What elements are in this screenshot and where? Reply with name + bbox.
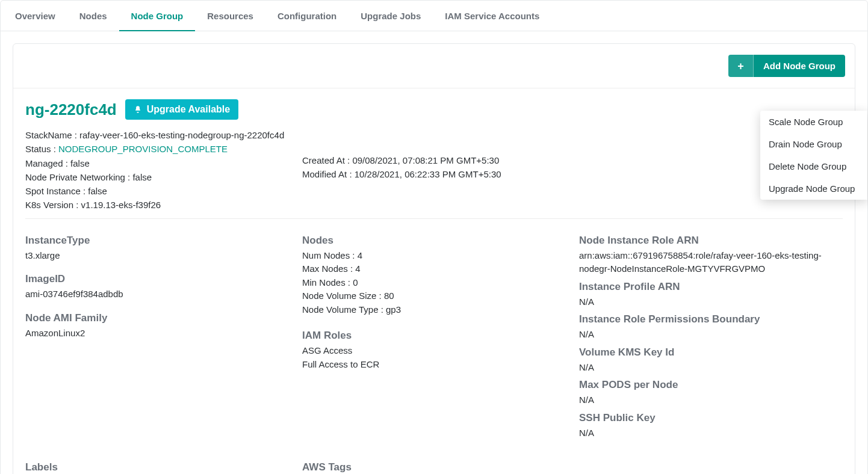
- col3: Node Instance Role ARN arn:aws:iam::6791…: [579, 229, 843, 440]
- action-drain-node-group[interactable]: Drain Node Group: [760, 133, 867, 155]
- node-group-action-menu: Scale Node Group Drain Node Group Delete…: [760, 111, 867, 200]
- num-nodes: Num Nodes : 4: [302, 249, 579, 263]
- toolbar: + Add Node Group: [13, 44, 855, 88]
- status-row: Status : NODEGROUP_PROVISION_COMPLETE: [25, 142, 302, 156]
- tab-resources[interactable]: Resources: [195, 1, 265, 31]
- page: Overview Nodes Node Group Resources Conf…: [0, 0, 868, 474]
- max-nodes: Max Nodes : 4: [302, 262, 579, 276]
- node-group-body: ng-2220fc4d Upgrade Available StackName …: [13, 88, 855, 474]
- k8s-label: K8s Version :: [25, 200, 81, 210]
- meta-left-column: StackName : rafay-veer-160-eks-testing-n…: [25, 128, 302, 212]
- max-pods-value: N/A: [579, 393, 843, 407]
- stackname-value: rafay-veer-160-eks-testing-nodegroup-ng-…: [79, 130, 284, 140]
- perm-boundary-heading: Instance Role Permissions Boundary: [579, 313, 843, 325]
- image-id-value: ami-03746ef9f384adbdb: [25, 288, 302, 301]
- iam-role-asg: ASG Access: [302, 344, 579, 358]
- ami-family-heading: Node AMI Family: [25, 312, 302, 324]
- created-at-row: Created At : 09/08/2021, 07:08:21 PM GMT…: [302, 153, 795, 167]
- plus-icon: +: [728, 55, 754, 77]
- spot-row: Spot Instance : false: [25, 184, 302, 198]
- upgrade-available-chip[interactable]: Upgrade Available: [125, 99, 238, 120]
- instance-profile-arn-value: N/A: [579, 295, 843, 309]
- tab-nodes[interactable]: Nodes: [67, 1, 119, 31]
- add-node-group-button[interactable]: + Add Node Group: [728, 55, 845, 77]
- modified-at-row: Modified At : 10/28/2021, 06:22:33 PM GM…: [302, 167, 795, 181]
- aws-tags-block: AWS Tags N/A: [302, 455, 579, 474]
- aws-tags-heading: AWS Tags: [302, 461, 579, 473]
- node-volume-type: Node Volume Type : gp3: [302, 303, 579, 317]
- managed-row: Managed : false: [25, 156, 302, 170]
- spot-value: false: [88, 186, 107, 196]
- action-scale-node-group[interactable]: Scale Node Group: [760, 111, 867, 133]
- ssh-key-value: N/A: [579, 426, 843, 440]
- min-nodes: Min Nodes : 0: [302, 276, 579, 290]
- col1: InstanceType t3.xlarge ImageID ami-03746…: [25, 229, 302, 340]
- node-volume-size: Node Volume Size : 80: [302, 289, 579, 303]
- created-at-value: 09/08/2021, 07:08:21 PM GMT+5:30: [352, 155, 499, 165]
- tabs-bar: Overview Nodes Node Group Resources Conf…: [1, 1, 867, 31]
- spot-label: Spot Instance :: [25, 186, 88, 196]
- meta-right-column: Created At : 09/08/2021, 07:08:21 PM GMT…: [302, 128, 795, 212]
- upgrade-chip-label: Upgrade Available: [147, 104, 230, 115]
- stackname-row: StackName : rafay-veer-160-eks-testing-n…: [25, 128, 302, 142]
- created-at-label: Created At :: [302, 155, 350, 165]
- node-instance-role-arn-value: arn:aws:iam::679196758854:role/rafay-vee…: [579, 249, 838, 276]
- image-id-heading: ImageID: [25, 273, 302, 285]
- npn-value: false: [132, 172, 152, 182]
- kms-value: N/A: [579, 361, 843, 375]
- modified-at-value: 10/28/2021, 06:22:33 PM GMT+5:30: [355, 169, 501, 179]
- node-instance-role-arn-heading: Node Instance Role ARN: [579, 235, 843, 247]
- ssh-key-heading: SSH Public Key: [579, 412, 843, 424]
- max-pods-heading: Max PODS per Node: [579, 379, 843, 391]
- labels-heading: Labels: [25, 461, 302, 473]
- perm-boundary-value: N/A: [579, 328, 843, 342]
- tab-overview[interactable]: Overview: [3, 1, 67, 31]
- instance-type-heading: InstanceType: [25, 235, 302, 247]
- npn-row: Node Private Networking : false: [25, 170, 302, 184]
- modified-at-label: Modified At :: [302, 169, 352, 179]
- tab-iam-service-accounts[interactable]: IAM Service Accounts: [433, 1, 551, 31]
- status-label: Status :: [25, 144, 58, 154]
- iam-role-ecr: Full Access to ECR: [302, 358, 579, 372]
- kms-heading: Volume KMS Key Id: [579, 346, 843, 359]
- instance-type-value: t3.xlarge: [25, 249, 302, 263]
- tab-upgrade-jobs[interactable]: Upgrade Jobs: [349, 1, 433, 31]
- status-value: NODEGROUP_PROVISION_COMPLETE: [58, 144, 228, 154]
- managed-value: false: [70, 158, 90, 168]
- add-node-group-label: Add Node Group: [754, 55, 845, 77]
- action-delete-node-group[interactable]: Delete Node Group: [760, 155, 867, 177]
- instance-profile-arn-heading: Instance Profile ARN: [579, 281, 843, 293]
- nodes-heading: Nodes: [302, 235, 579, 247]
- node-group-card: + Add Node Group ng-2220fc4d Upgrade Ava…: [13, 43, 855, 474]
- node-group-name: ng-2220fc4d: [25, 100, 117, 119]
- stackname-label: StackName :: [25, 130, 79, 140]
- action-upgrade-node-group[interactable]: Upgrade Node Group: [760, 177, 867, 200]
- npn-label: Node Private Networking :: [25, 172, 132, 182]
- ami-family-value: AmazonLinux2: [25, 327, 302, 340]
- tab-configuration[interactable]: Configuration: [265, 1, 349, 31]
- k8s-value: v1.19.13-eks-f39f26: [81, 200, 161, 210]
- labels-block: Labels N/A: [25, 455, 302, 474]
- k8s-row: K8s Version : v1.19.13-eks-f39f26: [25, 198, 302, 212]
- iam-roles-heading: IAM Roles: [302, 330, 579, 342]
- bell-icon: [134, 105, 142, 114]
- tab-node-group[interactable]: Node Group: [119, 1, 196, 31]
- managed-label: Managed :: [25, 158, 70, 168]
- col2: Nodes Num Nodes : 4 Max Nodes : 4 Min No…: [302, 229, 579, 372]
